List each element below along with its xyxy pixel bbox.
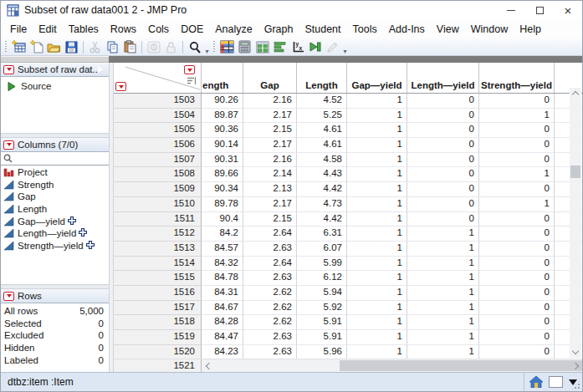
data-cell[interactable]: 1 — [347, 271, 407, 286]
scroll-up-icon[interactable] — [570, 88, 581, 99]
sidebar-splitter-top[interactable] — [1, 56, 109, 63]
data-cell[interactable]: 2.62 — [243, 301, 297, 316]
columns-menu-icon[interactable] — [184, 65, 195, 74]
column-header-gapyield[interactable]: Gap—yield — [347, 63, 407, 93]
menu-doe[interactable]: DOE — [175, 21, 209, 38]
data-cell[interactable]: 2.16 — [243, 94, 297, 109]
data-cell[interactable]: 6.12 — [297, 271, 347, 286]
data-cell[interactable]: 2.15 — [243, 123, 297, 138]
fit-y-by-x-button[interactable]: yx — [289, 39, 306, 55]
data-cell[interactable]: 4.61 — [297, 123, 347, 138]
data-cell[interactable]: 0 — [479, 257, 555, 272]
red-triangle-menu-icon[interactable] — [3, 140, 14, 150]
data-cell[interactable]: 1 — [347, 345, 407, 360]
row-number-cell[interactable]: 1503 — [114, 94, 202, 109]
rows-menu-icon[interactable] — [115, 82, 126, 91]
toolbar-grip[interactable] — [4, 41, 8, 53]
data-cell[interactable]: 0 — [407, 138, 479, 153]
data-cell[interactable]: 5.91 — [297, 330, 347, 345]
sort-order-icon[interactable] — [187, 77, 197, 84]
minimize-button[interactable] — [497, 1, 525, 19]
data-cell[interactable]: 0 — [407, 197, 479, 212]
data-cell[interactable]: 1 — [407, 286, 479, 301]
data-cell[interactable]: 0 — [407, 182, 479, 197]
columns-panel-header[interactable]: Columns (7/0) — [1, 138, 109, 152]
window-panes-button[interactable] — [253, 39, 271, 55]
scroll-right-icon[interactable] — [570, 359, 582, 372]
menu-view[interactable]: View — [431, 21, 465, 38]
row-number-cell[interactable]: 1507 — [114, 153, 202, 168]
data-cell[interactable]: 4.58 — [297, 153, 347, 168]
column-header-ength[interactable]: ength — [202, 63, 243, 93]
data-cell[interactable]: 1 — [347, 257, 407, 272]
data-cell[interactable]: 5.99 — [297, 257, 347, 272]
menu-addins[interactable]: Add-Ins — [383, 21, 431, 38]
row-number-cell[interactable]: 1505 — [114, 123, 202, 138]
data-cell[interactable]: 2.62 — [243, 286, 297, 301]
menu-cols[interactable]: Cols — [142, 21, 175, 38]
data-cell[interactable]: 0 — [479, 286, 555, 301]
data-cell[interactable]: 1 — [479, 167, 555, 182]
data-cell[interactable]: 1 — [347, 109, 407, 124]
data-cell[interactable]: 90.4 — [202, 212, 243, 227]
red-triangle-menu-icon[interactable] — [3, 65, 14, 74]
column-header-lengthyield[interactable]: Length—yield — [407, 63, 479, 93]
source-item[interactable]: Source — [1, 79, 109, 93]
data-table-button[interactable] — [218, 39, 236, 55]
data-cell[interactable]: 0 — [407, 109, 479, 124]
data-cell[interactable]: 0 — [479, 138, 555, 153]
row-number-cell[interactable]: 1508 — [114, 167, 202, 182]
row-number-cell[interactable]: 1504 — [114, 109, 202, 124]
data-cell[interactable]: 2.16 — [243, 153, 297, 168]
data-cell[interactable]: 4.42 — [297, 182, 347, 197]
graph-builder-button[interactable] — [271, 39, 289, 55]
data-cell[interactable]: 0 — [479, 123, 555, 138]
data-cell[interactable]: 0 — [407, 123, 479, 138]
open-button[interactable] — [45, 39, 63, 55]
data-cell[interactable]: 4.61 — [297, 138, 347, 153]
calculator-button[interactable] — [236, 39, 253, 55]
menu-rows[interactable]: Rows — [105, 21, 142, 38]
menu-tables[interactable]: Tables — [63, 21, 105, 38]
menu-edit[interactable]: Edit — [33, 21, 63, 38]
row-number-cell[interactable]: 1517 — [114, 301, 202, 316]
data-cell[interactable]: 0 — [479, 212, 555, 227]
row-number-cell[interactable]: 1513 — [114, 242, 202, 257]
data-cell[interactable]: 2.62 — [243, 315, 297, 330]
menu-analyze[interactable]: Analyze — [209, 21, 258, 38]
data-cell[interactable]: 0 — [479, 242, 555, 257]
data-cell[interactable]: 5.92 — [297, 301, 347, 316]
menu-tools[interactable]: Tools — [347, 21, 383, 38]
save-button[interactable] — [63, 39, 80, 55]
row-number-cell[interactable]: 1514 — [114, 257, 202, 272]
data-cell[interactable]: 1 — [347, 182, 407, 197]
menu-student[interactable]: Student — [299, 21, 346, 38]
data-cell[interactable]: 1 — [347, 123, 407, 138]
data-cell[interactable]: 1 — [347, 94, 407, 109]
data-cell[interactable]: 1 — [407, 301, 479, 316]
data-cell[interactable]: 90.14 — [202, 138, 243, 153]
data-cell[interactable]: 1 — [347, 242, 407, 257]
data-cell[interactable]: 2.63 — [243, 242, 297, 257]
menu-graph[interactable]: Graph — [258, 21, 299, 38]
data-cell[interactable]: 84.2 — [202, 227, 243, 242]
data-cell[interactable]: 2.63 — [243, 345, 297, 360]
column-header-gap[interactable]: Gap — [243, 63, 297, 93]
data-cell[interactable]: 2.15 — [243, 212, 297, 227]
data-cell[interactable]: 1 — [347, 315, 407, 330]
data-cell[interactable]: 1 — [407, 315, 479, 330]
row-number-cell[interactable]: 1516 — [114, 286, 202, 301]
data-cell[interactable]: 90.34 — [202, 182, 243, 197]
data-cell[interactable]: 89.66 — [202, 167, 243, 182]
data-cell[interactable]: 84.47 — [202, 330, 243, 345]
data-cell[interactable]: 6.07 — [297, 242, 347, 257]
data-cell[interactable]: 84.78 — [202, 271, 243, 286]
data-cell[interactable]: 2.17 — [243, 138, 297, 153]
column-header-strengthyield[interactable]: Strength—yield — [479, 63, 555, 93]
data-cell[interactable]: 0 — [407, 212, 479, 227]
data-cell[interactable]: 1 — [479, 109, 555, 124]
row-number-cell[interactable]: 1515 — [114, 271, 202, 286]
data-cell[interactable]: 0 — [407, 167, 479, 182]
run-script-button[interactable] — [306, 39, 324, 55]
data-cell[interactable]: 2.64 — [243, 227, 297, 242]
